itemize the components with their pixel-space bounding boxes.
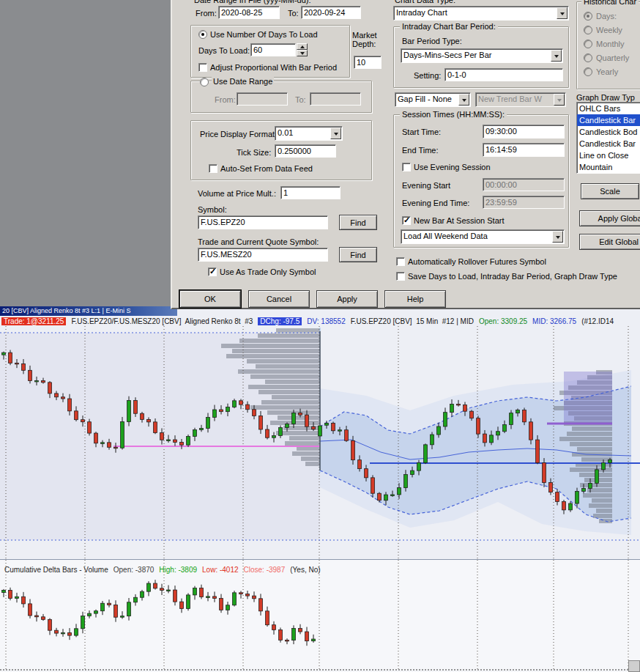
price-display-format-select[interactable]: 0.01 bbox=[275, 126, 343, 141]
price-display-format-value: 0.01 bbox=[278, 128, 293, 137]
historical-options: Days:WeeklyMonthlyQuarterlyYearly bbox=[584, 9, 629, 78]
historical-option[interactable]: Quarterly bbox=[584, 51, 629, 64]
auto-set-checkbox[interactable] bbox=[209, 164, 217, 173]
auto-set-label: Auto-Set From Data Feed bbox=[220, 164, 313, 173]
trade-symbol-find-button[interactable]: Find bbox=[339, 247, 377, 262]
chart-data-type-select[interactable]: Intraday Chart bbox=[393, 6, 569, 21]
graph-draw-type-item[interactable]: Line on Close bbox=[577, 149, 640, 161]
use-date-range-label: Use Date Range bbox=[212, 77, 274, 86]
cancel-button[interactable]: Cancel bbox=[248, 290, 310, 308]
trade-symbol-label: Trade and Current Quote Symbol: bbox=[198, 237, 319, 246]
to-date-input[interactable]: 2020-09-24 bbox=[301, 6, 361, 19]
date-range-in-file-label: Date Range In File (yyy-MM-dd): bbox=[194, 0, 311, 4]
historical-option-label: Yearly bbox=[596, 67, 618, 76]
market-depth-input[interactable]: 10 bbox=[354, 56, 382, 69]
trade-symbol-input[interactable]: F.US.MESZ20 bbox=[198, 248, 328, 262]
symbol-input[interactable]: F.US.EPZ20 bbox=[198, 215, 328, 229]
bar-period-type-label: Bar Period Type: bbox=[402, 37, 462, 45]
historical-group-label: Historical Char bbox=[581, 0, 639, 6]
end-time-label: End Time: bbox=[402, 146, 439, 155]
background-window bbox=[0, 0, 171, 314]
volume-at-price-input[interactable]: 1 bbox=[280, 186, 341, 199]
delta-header-row: Cumulative Delta Bars - VolumeOpen: -387… bbox=[4, 566, 326, 574]
evening-end-input[interactable]: 23:59:59 bbox=[483, 196, 565, 209]
historical-option[interactable]: Days: bbox=[584, 9, 629, 23]
apply-button[interactable]: Apply bbox=[316, 290, 378, 308]
header-segment: (Yes, No) bbox=[290, 566, 320, 574]
end-time-input[interactable]: 16:14:59 bbox=[483, 143, 565, 157]
weekend-data-select[interactable]: Load All Weekend Data bbox=[401, 229, 565, 244]
range-from-input[interactable] bbox=[237, 92, 288, 106]
start-time-input[interactable]: 09:30:00 bbox=[483, 125, 565, 139]
range-to-input[interactable] bbox=[310, 92, 361, 106]
stepper-down-icon[interactable] bbox=[297, 50, 308, 56]
chart-header-row: Trade: 1@3211.25F.US.EPZ20/F.US.MESZ20 [… bbox=[1, 317, 640, 326]
start-time-label: Start Time: bbox=[402, 128, 441, 136]
bar-period-type-value: Days-Mins-Secs Per Bar bbox=[403, 51, 491, 59]
chevron-down-icon[interactable] bbox=[554, 94, 565, 106]
graph-draw-type-item[interactable]: Candlestick Bar bbox=[577, 138, 640, 149]
header-segment: High: -3809 bbox=[159, 566, 197, 574]
header-segment: F.US.EPZ20 [CBV] 15 Min #12 | MID bbox=[351, 317, 474, 325]
historical-option-label: Days: bbox=[596, 12, 617, 21]
header-segment: DV: 138552 bbox=[307, 317, 345, 325]
gap-fill-value: Gap Fill - None bbox=[398, 95, 452, 103]
chevron-down-icon[interactable] bbox=[551, 50, 562, 62]
historical-option[interactable]: Monthly bbox=[584, 37, 629, 51]
radio-icon bbox=[584, 53, 592, 62]
adjust-proportional-checkbox[interactable] bbox=[198, 63, 207, 72]
bar-period-type-select[interactable]: Days-Mins-Secs Per Bar bbox=[401, 48, 563, 63]
chart-window-titlebar[interactable]: 20 [CBV] Aligned Renko 8t #3 L:1 | E-Min… bbox=[0, 306, 177, 316]
chevron-down-icon[interactable] bbox=[557, 7, 568, 19]
evening-start-input[interactable]: 00:00:00 bbox=[483, 178, 565, 191]
days-to-load-input[interactable]: 60 bbox=[250, 43, 296, 56]
new-trend-bar-select[interactable]: New Trend Bar W bbox=[475, 92, 566, 107]
chart-settings-dialog: Date Range In File (yyy-MM-dd): Chart Da… bbox=[171, 0, 640, 309]
tick-size-label: Tick Size: bbox=[237, 148, 271, 157]
historical-option[interactable]: Weekly bbox=[584, 23, 629, 37]
use-trade-only-checkbox[interactable] bbox=[208, 267, 217, 276]
resize-grip[interactable] bbox=[628, 660, 640, 672]
use-number-of-days-radio[interactable] bbox=[198, 30, 207, 39]
chevron-down-icon[interactable] bbox=[458, 94, 469, 106]
use-evening-session-checkbox[interactable] bbox=[402, 163, 411, 171]
setting-input[interactable]: 0-1-0 bbox=[444, 68, 563, 81]
graph-draw-type-item[interactable]: Candlestick Bod bbox=[577, 126, 640, 138]
evening-end-label: Evening End Time: bbox=[402, 199, 469, 207]
chevron-down-icon[interactable] bbox=[552, 231, 563, 243]
historical-option[interactable]: Yearly bbox=[584, 64, 629, 78]
delta-study-panel: Cumulative Delta Bars - VolumeOpen: -387… bbox=[0, 559, 640, 672]
symbol-find-button[interactable]: Find bbox=[339, 215, 377, 230]
historical-option-label: Monthly bbox=[596, 40, 625, 48]
from-date-input[interactable]: 2020-08-25 bbox=[218, 6, 280, 19]
new-bar-at-session-checkbox[interactable] bbox=[402, 216, 411, 225]
main-chart[interactable] bbox=[0, 326, 640, 559]
radio-icon bbox=[584, 26, 592, 34]
symbol-label: Symbol: bbox=[198, 205, 227, 214]
use-trade-only-label: Use As Trade Only Symbol bbox=[220, 267, 316, 276]
graph-draw-type-listbox[interactable]: OHLC BarsCandlestick BarCandlestick BodC… bbox=[576, 102, 640, 174]
scale-button[interactable]: Scale bbox=[581, 183, 639, 199]
tick-size-input[interactable]: 0.250000 bbox=[275, 144, 336, 158]
graph-draw-type-item[interactable]: Candlestick Bar bbox=[577, 114, 640, 126]
gap-fill-select[interactable]: Gap Fill - None bbox=[395, 92, 471, 107]
session-times-group-label: Session Times (HH:MM:SS): bbox=[400, 110, 507, 119]
ok-button[interactable]: OK bbox=[179, 290, 241, 308]
help-button[interactable]: Help bbox=[384, 290, 446, 308]
volume-at-price-label: Volume at Price Mult.: bbox=[198, 189, 276, 198]
edit-global-button[interactable]: Edit Global Sy bbox=[579, 234, 640, 250]
apply-global-button[interactable]: Apply Global S bbox=[579, 210, 640, 226]
rollover-checkbox[interactable] bbox=[396, 257, 405, 266]
use-date-range-radio[interactable] bbox=[200, 78, 209, 86]
chevron-down-icon[interactable] bbox=[330, 128, 341, 139]
to-label: To: bbox=[288, 9, 299, 18]
graph-draw-type-item[interactable]: Mountain bbox=[577, 161, 640, 173]
header-segment: Open: -3870 bbox=[114, 566, 155, 574]
save-days-checkbox[interactable] bbox=[396, 272, 405, 281]
days-to-load-stepper[interactable] bbox=[297, 43, 308, 56]
stepper-up-icon[interactable] bbox=[297, 43, 308, 50]
graph-draw-type-item[interactable]: OHLC Bars bbox=[577, 103, 640, 114]
new-trend-bar-value: New Trend Bar W bbox=[478, 95, 542, 103]
header-segment: Close: -3987 bbox=[244, 566, 286, 574]
delta-chart[interactable] bbox=[0, 560, 640, 672]
